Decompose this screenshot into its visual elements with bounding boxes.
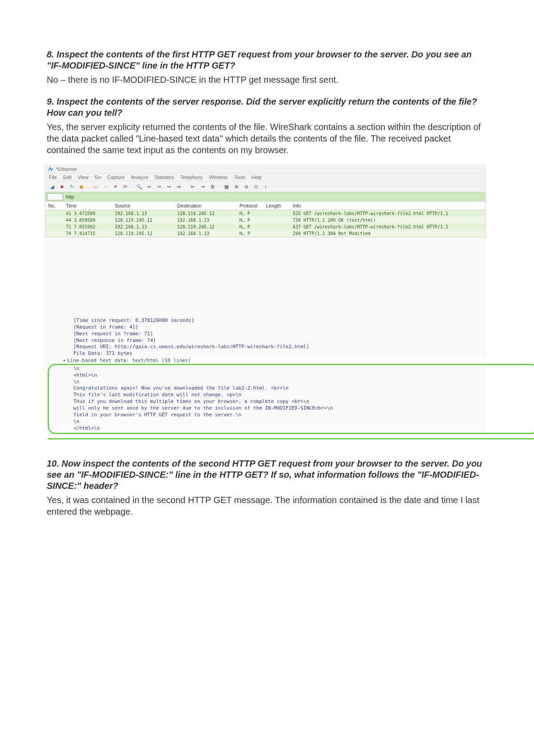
toolbar-first-icon[interactable]: ⇤ (189, 183, 197, 191)
hdr-no[interactable]: No. (47, 203, 65, 209)
toolbar-find-icon[interactable]: 🔍 (135, 183, 143, 191)
toolbar-colorize-icon[interactable]: ▦ (222, 183, 231, 191)
menu-file[interactable]: File (49, 175, 57, 180)
question-10: 10. Now inspect the contents of the seco… (47, 458, 487, 492)
body-line: will only be sent once by the server due… (73, 405, 485, 412)
line-based-header[interactable]: ▾Line-based text data: text/html (10 lin… (63, 357, 485, 365)
table-row[interactable]: 44 3.850589128.119.245.12192.168.1.13H… … (45, 217, 485, 224)
toolbar-options-icon[interactable]: ◉ (77, 183, 85, 191)
menu-edit[interactable]: Edit (63, 175, 72, 180)
hdr-source[interactable]: Source (114, 203, 176, 209)
question-9: 9. Inspect the contents of the server re… (47, 96, 487, 118)
menu-tools[interactable]: Tools (234, 175, 246, 180)
detail-line: [Next request in frame: 71] (63, 331, 485, 337)
menu-telephony[interactable]: Telephony (180, 175, 202, 180)
menu-analyze[interactable]: Analyze (131, 175, 148, 180)
body-line: <html>\n (73, 372, 485, 379)
body-line: This file's last modification date will … (73, 392, 485, 398)
toolbar-last-icon[interactable]: ⇥ (198, 183, 206, 191)
body-line: </html>\n (73, 425, 485, 432)
line-based-body: \n<html>\n\nCongratulations again! Now y… (63, 366, 485, 431)
toolbar-start-icon[interactable]: ◢ (48, 183, 56, 191)
toolbar-open-icon[interactable]: ▭ (92, 183, 100, 191)
toolbar-goto-icon[interactable]: ➔ (174, 183, 182, 191)
detail-line: [Time since request: 0.378126000 seconds… (63, 317, 485, 324)
menu-capture[interactable]: Capture (107, 175, 125, 180)
toolbar-back-icon[interactable]: ⇐ (145, 183, 153, 191)
body-line: \n (73, 366, 485, 372)
toolbar-stop-icon[interactable]: ■ (58, 183, 66, 191)
toolbar-resize-icon[interactable]: ⫞ (262, 183, 270, 191)
wireshark-logo-icon (48, 167, 53, 172)
table-row[interactable]: 41 3.472509192.168.1.13128.119.245.12H… … (45, 210, 485, 217)
answer-10: Yes, it was contained in the second HTTP… (47, 494, 487, 517)
answer-9: Yes, the server explicity returned the c… (47, 121, 487, 156)
toolbar-save-icon[interactable]: ▫ (101, 183, 109, 191)
highlight-underline (48, 438, 534, 439)
hdr-length[interactable]: Length (265, 203, 292, 209)
toolbar-reload-icon[interactable]: ⟳ (121, 183, 129, 191)
toolbar-jump-icon[interactable]: ↪ (165, 183, 173, 191)
detail-line: [Next response in frame: 74] (63, 337, 485, 344)
question-8: 8. Inspect the contents of the first HTT… (47, 49, 487, 71)
body-line: field in your browser's HTTP GET request… (73, 412, 485, 419)
toolbar-zoom-in-icon[interactable]: ⊕ (232, 183, 240, 191)
wireshark-window: *Ethernet File Edit View Go Capture Anal… (45, 165, 485, 431)
hdr-time[interactable]: Time (65, 203, 114, 209)
toolbar-forward-icon[interactable]: ⇒ (155, 183, 163, 191)
answer-8: No – there is no IF-MODIFIED-SINCE in th… (47, 74, 487, 85)
toolbar-restart-icon[interactable]: ↻ (68, 183, 76, 191)
body-line: Thus if you download this multiple times… (73, 398, 485, 405)
detail-line: [Request URI: http://gaia.cs.umass.edu/w… (63, 344, 485, 350)
window-title: *Ethernet (56, 167, 77, 172)
table-row[interactable]: 74 7.414715128.119.245.12192.168.1.13H… … (45, 230, 485, 237)
toolbar-zoom-out-icon[interactable]: ⊖ (242, 183, 250, 191)
packet-list-headers: No. Time Source Destination Protocol Len… (45, 201, 485, 210)
wireshark-filter-bar[interactable]: http (45, 192, 485, 201)
body-line: Congratulations again! Now you've downlo… (73, 385, 485, 392)
wireshark-toolbar[interactable]: ◢ ■ ↻ ◉ ▭ ▫ ✕ ⟳ 🔍 ⇐ ⇒ ↪ ➔ ⇤ ⇥ ≣ ▦ ⊕ ⊖ ⊙ … (45, 181, 485, 192)
menu-statistics[interactable]: Statistics (154, 175, 174, 180)
toolbar-close-icon[interactable]: ✕ (111, 183, 119, 191)
menu-wireless[interactable]: Wireless (209, 175, 228, 180)
detail-line: File Data: 371 bytes (63, 350, 485, 357)
body-line: \n (73, 379, 485, 386)
table-row[interactable]: 71 7.031092192.168.1.13128.119.245.12H… … (45, 224, 485, 230)
wireshark-titlebar: *Ethernet (45, 165, 485, 173)
filter-input[interactable]: http (66, 194, 74, 199)
menu-go[interactable]: Go (94, 175, 101, 180)
packet-detail: [Time since request: 0.378126000 seconds… (45, 317, 485, 431)
wireshark-menubar[interactable]: File Edit View Go Capture Analyze Statis… (45, 173, 485, 181)
menu-view[interactable]: View (78, 175, 89, 180)
body-line: \n (73, 419, 485, 425)
packet-list[interactable]: 41 3.472509192.168.1.13128.119.245.12H… … (45, 210, 485, 237)
toolbar-autoscroll-icon[interactable]: ≣ (208, 183, 216, 191)
hdr-info[interactable]: Info (292, 203, 483, 209)
toolbar-zoom-reset-icon[interactable]: ⊙ (252, 183, 260, 191)
hdr-destination[interactable]: Destination (176, 203, 239, 209)
menu-help[interactable]: Help (251, 175, 262, 180)
hdr-protocol[interactable]: Protocol (239, 203, 265, 209)
detail-line: [Request in frame: 41] (63, 324, 485, 331)
filter-bookmark-icon[interactable] (47, 193, 63, 200)
